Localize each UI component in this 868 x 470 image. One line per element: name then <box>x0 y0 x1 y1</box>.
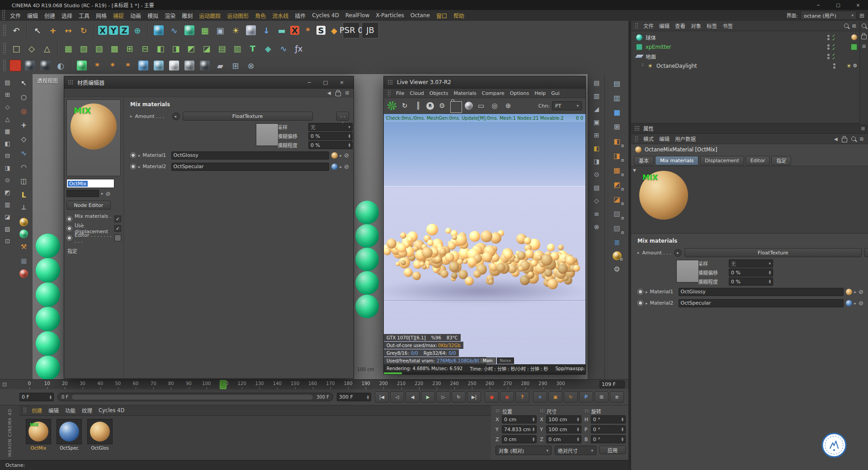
rotation-h-field[interactable]: 0 °▲▼ <box>591 415 626 423</box>
refresh-icon[interactable]: ↻ <box>399 100 410 111</box>
minimize-button[interactable]: ─ <box>301 78 317 87</box>
axis-snap-icon[interactable]: ◨ <box>3 163 12 172</box>
particles-icon[interactable]: * <box>90 59 104 72</box>
apply-button[interactable]: 应用 <box>599 446 626 454</box>
expand-icon[interactable]: ▸ <box>340 153 342 158</box>
expander-icon[interactable]: ▸ <box>646 290 648 294</box>
lock-icon[interactable] <box>450 101 462 113</box>
cube-object-icon[interactable]: ■ <box>611 107 623 118</box>
point-snap-icon[interactable]: △ <box>3 114 12 123</box>
cloner-icon[interactable]: ◧⚙ <box>611 136 623 147</box>
settings-gear-icon[interactable]: ⚙ <box>437 100 448 111</box>
paint-ball-icon[interactable] <box>19 218 28 226</box>
coord-system-icon[interactable]: ⊕ <box>131 24 144 37</box>
interactive-render-icon[interactable]: ◐ <box>54 59 67 72</box>
lv-menu-cloud[interactable]: Cloud <box>407 90 426 96</box>
material-name[interactable]: OctSpec <box>57 446 82 451</box>
menu-function[interactable]: 功能 <box>62 407 78 414</box>
arc-tool-icon[interactable]: ◠ <box>19 162 29 173</box>
menu-cycles4d[interactable]: Cycles 4D <box>96 407 127 414</box>
lv-menu-help[interactable]: Help <box>532 90 548 96</box>
om-menu-编辑[interactable]: 编辑 <box>656 22 672 29</box>
matrix-icon[interactable]: ▦⚙ <box>611 164 623 176</box>
node-editor-button[interactable]: Node Editor <box>66 201 111 210</box>
expander-icon[interactable]: ▸ <box>138 164 141 169</box>
edges-mode-icon[interactable]: ◇ <box>25 42 38 55</box>
lock-icon[interactable] <box>335 92 341 96</box>
size-mode-dropdown[interactable]: 绝对尺寸▾ <box>555 446 596 455</box>
attr-menu-用户数据[interactable]: 用户数据 <box>672 135 698 142</box>
material-thumbnail-octglos[interactable]: OctGlos <box>87 419 113 451</box>
spline-pen-icon[interactable]: ∿ <box>167 24 181 37</box>
tab-noise[interactable]: Noise <box>497 357 514 364</box>
material-editor-titlebar[interactable]: 材质编辑器 ─ □ × <box>64 76 354 89</box>
xparticles-tag-icon[interactable] <box>851 44 857 50</box>
menubar-grip[interactable] <box>2 9 5 21</box>
menubar-grip[interactable] <box>23 407 26 414</box>
menu-渲染[interactable]: 渲染 <box>161 12 179 19</box>
end-frame-field[interactable]: 300 F▲▼ <box>337 393 371 401</box>
polygons-mode-icon[interactable]: △ <box>40 42 54 55</box>
grid-panel-icon[interactable]: ⊞ <box>592 130 602 140</box>
pick-material-icon[interactable]: ◎ <box>489 100 500 111</box>
spline-wrap-icon[interactable]: ≣ <box>611 237 623 248</box>
expand-icon[interactable]: ▸ <box>854 290 857 294</box>
visibility-dots[interactable] <box>833 63 835 69</box>
spinner-icon[interactable]: ▲▼ <box>577 427 579 432</box>
menu-编辑[interactable]: 编辑 <box>24 12 41 19</box>
gold-sphere-icon[interactable]: ⚙ <box>613 251 622 260</box>
material1-field[interactable]: OctGlossy <box>679 288 844 296</box>
key-position-button[interactable]: + <box>533 391 547 403</box>
sky-icon[interactable] <box>246 25 256 35</box>
layer-panel-icon[interactable]: ▤ <box>592 78 602 88</box>
menu-cycles-4d[interactable]: Cycles 4D <box>309 12 342 19</box>
float-texture-button[interactable]: FloatTexture <box>183 112 313 121</box>
diamond-icon[interactable]: ◇ <box>592 196 602 206</box>
layout-grid-icon[interactable]: ⊞ <box>860 136 863 141</box>
texture-preview-swatch[interactable] <box>256 123 278 146</box>
blur-scale-field[interactable]: 0 %▲▼ <box>729 277 773 286</box>
play-button[interactable]: ▶ <box>421 391 435 403</box>
layer-stack-icon[interactable]: ▥ <box>592 91 602 101</box>
menu-动画[interactable]: 动画 <box>127 12 144 19</box>
sample-dropdown[interactable]: 无▾ <box>308 123 353 131</box>
particles3-icon[interactable]: * <box>121 59 135 72</box>
next-frame-button[interactable]: ▷ <box>436 391 450 403</box>
clear-material-icon[interactable]: ⊘ <box>859 288 863 295</box>
dot-tool-icon[interactable]: ⊙ <box>592 169 602 179</box>
mini-gear-icon[interactable]: ⚙ <box>621 144 624 148</box>
dynamic-guide-icon[interactable]: ◩ <box>3 188 12 197</box>
key-scale-button[interactable]: ▣ <box>548 391 562 403</box>
layout-grid-icon[interactable]: ⊞ <box>862 44 866 49</box>
expand-icon[interactable]: ▸ <box>340 164 342 169</box>
select-arrow-icon[interactable]: ↖ <box>19 78 29 89</box>
z-axis-icon[interactable]: Z <box>120 26 129 35</box>
lv-menu-file[interactable]: File <box>393 90 407 96</box>
draw-icon[interactable]: ◢ <box>592 104 602 114</box>
jb-badge[interactable]: JB <box>362 22 379 38</box>
clear-material-icon[interactable]: ⊘ <box>859 300 863 306</box>
amount-expand-button[interactable]: ▸ <box>674 249 682 257</box>
layout-grid-icon[interactable]: ⊞ <box>345 90 349 95</box>
playhead[interactable] <box>220 380 226 389</box>
spinner-icon[interactable]: ▲▼ <box>533 437 534 442</box>
enable-checks[interactable]: ✓✓ <box>832 43 835 51</box>
goto-start-button[interactable]: |◀ <box>375 391 389 403</box>
inner-extrude-icon[interactable]: ⊟ <box>138 42 152 55</box>
menu-网格[interactable]: 网格 <box>93 12 110 19</box>
mesh-cube-icon[interactable]: ▦ <box>61 42 75 55</box>
random-effector-icon[interactable]: ◩⚙ <box>611 179 623 190</box>
material2-field[interactable]: OctSpecular <box>171 163 329 171</box>
material-name[interactable]: OctMix <box>26 446 51 451</box>
attribute-material-preview[interactable]: ▼ MIX <box>631 166 868 234</box>
position-x-field[interactable]: 0 cm▲▼ <box>502 415 537 423</box>
mini-gear-icon[interactable]: ⚙ <box>621 202 624 206</box>
panel-grip[interactable] <box>540 409 544 413</box>
connector-icon[interactable]: ▨⚙ <box>611 222 623 234</box>
stitch-icon[interactable]: ◩ <box>184 42 198 55</box>
rotation-b-field[interactable]: 0 °▲▼ <box>591 435 626 443</box>
help-button[interactable]: ? <box>515 391 529 403</box>
fracture-icon[interactable]: ◨⚙ <box>611 150 623 161</box>
checkbox-checked-icon[interactable]: ✓ <box>114 225 121 232</box>
position-y-field[interactable]: 74.833 cm▲▼ <box>502 425 537 433</box>
